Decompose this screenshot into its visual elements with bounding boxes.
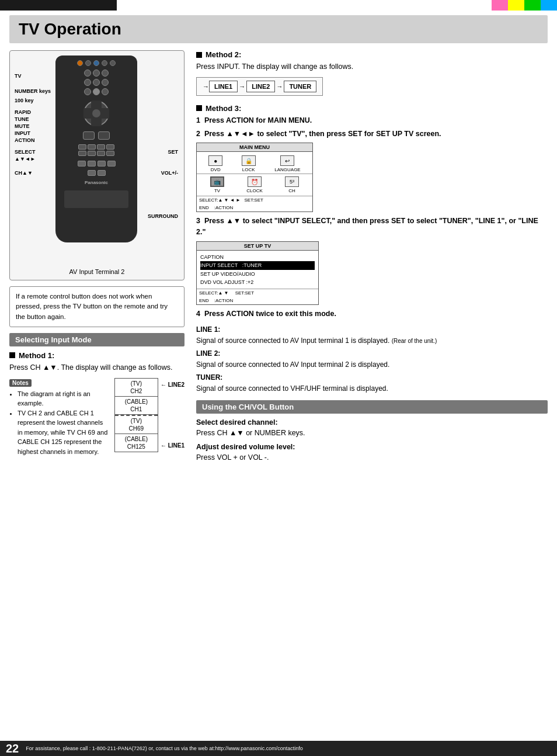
mm-tv: 📺 TV bbox=[210, 176, 224, 193]
method3-square-icon bbox=[196, 105, 202, 111]
mm-select-row: SELECT:▲ ▼ ◄ ► SET:SET bbox=[197, 196, 312, 204]
ch-vol-header: Using the CH/VOL Button bbox=[196, 400, 548, 414]
line1-label: ← LINE1 bbox=[161, 442, 184, 449]
method2-heading: Method 2: bbox=[196, 50, 548, 59]
mm-clock: ⏰ CLOCK bbox=[246, 176, 263, 193]
label-tv: TV bbox=[15, 73, 22, 79]
main-menu-diagram: MAIN MENU ● DVD 🔒 LOCK ↩ LANGUAGE 📺 bbox=[196, 143, 313, 212]
label-ch-arrows: CH▲▼ bbox=[15, 170, 33, 176]
right-column: Method 2: Press INPUT. The display will … bbox=[196, 50, 548, 468]
ch-cell-1: (TV)CH2 bbox=[115, 379, 158, 397]
diag-line2: LINE2 bbox=[246, 81, 275, 92]
mm-ch: 5³ CH bbox=[285, 176, 299, 193]
step4: 4 Press ACTION twice to exit this mode. bbox=[196, 308, 548, 320]
remote-labels: TV NUMBER keys 100 key RAPID TUNE MUTE I… bbox=[15, 56, 178, 266]
tuner-explanation: TUNER: Signal of source connected to VHF… bbox=[196, 372, 548, 394]
label-rapid: RAPID bbox=[15, 109, 31, 115]
method2-diagram: → LINE1 → LINE2 → TUNER bbox=[196, 77, 323, 96]
su-end-row: END :ACTION bbox=[197, 297, 318, 304]
method1-square-icon bbox=[9, 352, 15, 358]
su-body: CAPTION INPUT SELECT :TUNER SET UP VIDEO… bbox=[197, 251, 318, 290]
step3: 3 Press ▲▼ to select "INPUT SELECT," and… bbox=[196, 216, 548, 238]
line-labels: ← LINE2 ← LINE1 bbox=[158, 378, 184, 452]
av-input-label: AV Input Terminal 2 bbox=[15, 268, 179, 275]
mm-icons-row2: 📺 TV ⏰ CLOCK 5³ CH bbox=[197, 174, 312, 196]
step2: 2 Press ▲▼◄► to select "TV", then press … bbox=[196, 129, 548, 140]
diag-tuner: TUNER bbox=[284, 81, 316, 92]
label-input: INPUT bbox=[15, 130, 30, 136]
label-select: SELECT bbox=[15, 149, 36, 155]
method2-square-icon bbox=[196, 52, 202, 58]
line2-label: ← LINE2 bbox=[161, 382, 184, 388]
page-title: TV Operation bbox=[19, 20, 538, 39]
footer-text: For assistance, please call : 1-800-211-… bbox=[26, 745, 303, 751]
page-number: 22 bbox=[6, 742, 19, 755]
method2-text: Press INPUT. The display will change as … bbox=[196, 61, 548, 72]
ch-cell-2: (CABLE)CH1 bbox=[115, 397, 158, 415]
label-mute: MUTE bbox=[15, 123, 30, 129]
notes-label: Notes bbox=[9, 379, 32, 387]
mm-language: ↩ LANGUAGE bbox=[274, 155, 300, 172]
line1-explanation: LINE 1: Signal of source connected to AV… bbox=[196, 324, 548, 346]
diag-arrow-2: → bbox=[275, 83, 284, 90]
select-channel-text: Press CH ▲▼ or NUMBER keys. bbox=[196, 428, 548, 439]
diag-arrow-start: → bbox=[203, 83, 209, 90]
note-item-2: TV CH 2 and CABLE CH 1 represent the low… bbox=[18, 408, 109, 457]
note-text: If a remote control button does not work… bbox=[16, 293, 168, 320]
mm-title: MAIN MENU bbox=[197, 143, 312, 152]
step1: 1 Press ACTION for MAIN MENU. bbox=[196, 115, 548, 126]
su-line-caption: CAPTION bbox=[200, 253, 315, 261]
remote-body: Panasonic bbox=[55, 56, 137, 242]
select-channel-heading: Select desired channel: bbox=[196, 418, 548, 426]
diag-line1: LINE1 bbox=[209, 81, 238, 92]
note-item-1: The diagram at right is an example. bbox=[18, 389, 109, 408]
method3-heading: Method 3: bbox=[196, 104, 548, 113]
mm-icons-row1: ● DVD 🔒 LOCK ↩ LANGUAGE bbox=[197, 152, 312, 174]
remote-diagram-container: TV NUMBER keys 100 key RAPID TUNE MUTE I… bbox=[9, 50, 184, 280]
label-set: SET bbox=[168, 149, 178, 155]
su-line-video: SET UP VIDEO/AUDIO bbox=[200, 270, 315, 278]
su-line-input: INPUT SELECT :TUNER bbox=[200, 261, 315, 269]
su-select-row: SELECT:▲ ▼ SET:SET bbox=[197, 289, 318, 297]
note-box: If a remote control button does not work… bbox=[9, 286, 184, 327]
diag-arrow-1: → bbox=[238, 83, 246, 90]
su-line-dvd: DVD VOL ADJUST :+2 bbox=[200, 278, 315, 286]
notes-list: The diagram at right is an example. TV C… bbox=[9, 389, 109, 457]
mm-lock: 🔒 LOCK bbox=[242, 155, 256, 172]
mm-dvd: ● DVD bbox=[208, 155, 222, 172]
footer: 22 For assistance, please call : 1-800-2… bbox=[0, 741, 557, 756]
label-select-arrows: ▲▼◄► bbox=[15, 156, 36, 162]
label-surround: SURROUND bbox=[148, 213, 178, 219]
ch-cell-3: (TV)CH69 bbox=[115, 415, 158, 434]
left-column: TV NUMBER keys 100 key RAPID TUNE MUTE I… bbox=[9, 50, 184, 468]
label-action: ACTION bbox=[15, 137, 35, 143]
mm-end-row: END :ACTION bbox=[197, 204, 312, 211]
setup-tv-diagram: SET UP TV CAPTION INPUT SELECT :TUNER SE… bbox=[196, 241, 319, 306]
selecting-input-mode-header: Selecting Input Mode bbox=[9, 333, 184, 346]
page-title-bar: TV Operation bbox=[9, 15, 548, 43]
method1-heading: Method 1: bbox=[9, 351, 184, 360]
adjust-volume-heading: Adjust desired volume level: bbox=[196, 443, 548, 451]
ch-cell-4: (CABLE)CH125 bbox=[115, 434, 158, 452]
ch-list: (TV)CH2 (CABLE)CH1 (TV)CH69 (CABLE)CH125 bbox=[114, 378, 158, 452]
adjust-volume-text: Press VOL + or VOL -. bbox=[196, 452, 548, 463]
notes-area: Notes The diagram at right is an example… bbox=[9, 378, 109, 457]
label-100-key: 100 key bbox=[15, 98, 34, 103]
method1-text: Press CH ▲▼. The display will change as … bbox=[9, 362, 184, 373]
top-color-bar bbox=[0, 0, 557, 11]
label-number-keys: NUMBER keys bbox=[15, 88, 51, 94]
line-explanations: LINE 1: Signal of source connected to AV… bbox=[196, 324, 548, 394]
label-tune: TUNE bbox=[15, 116, 29, 122]
channel-diagram: (TV)CH2 (CABLE)CH1 (TV)CH69 (CABLE)CH125… bbox=[114, 378, 184, 452]
su-title: SET UP TV bbox=[197, 242, 318, 251]
line2-explanation: LINE 2: Signal of source connected to AV… bbox=[196, 348, 548, 370]
label-vol: VOL+/- bbox=[161, 170, 178, 176]
